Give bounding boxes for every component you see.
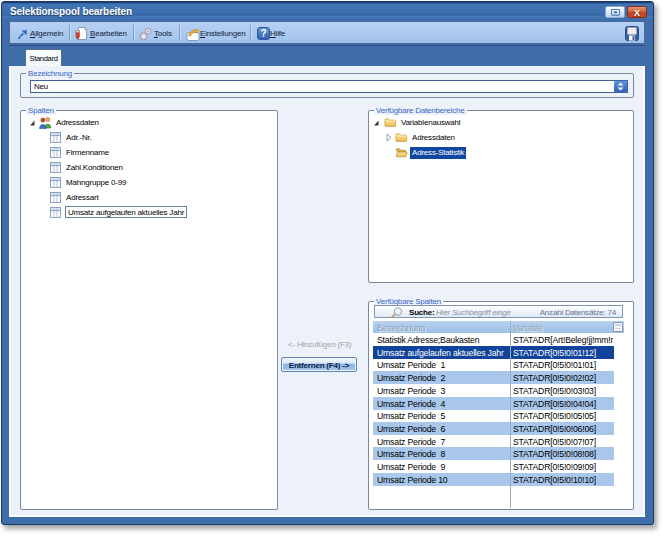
svg-text:?: ? [261, 28, 267, 39]
